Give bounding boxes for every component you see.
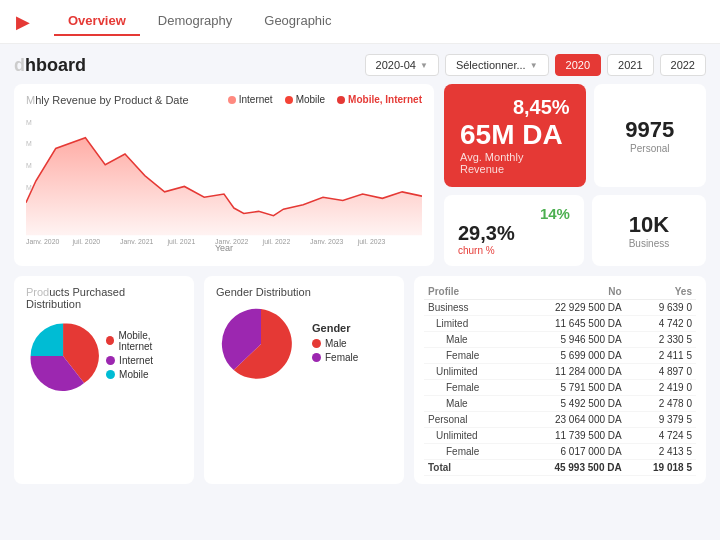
- svg-text:juil. 2021: juil. 2021: [167, 237, 196, 246]
- gender-pie-card: Gender Distribution Gender Male: [204, 276, 404, 484]
- main-content: dhboard 2020-04 ▼ Sélectionner... ▼ 2020…: [0, 44, 720, 494]
- svg-text:juil. 2022: juil. 2022: [262, 237, 291, 246]
- gender-pie-title: Gender Distribution: [216, 286, 392, 298]
- table-cell-profile: Female: [424, 348, 513, 364]
- table-cell-profile: Female: [424, 380, 513, 396]
- tab-demography[interactable]: Demography: [144, 7, 246, 36]
- caret-icon2: ▼: [530, 61, 538, 70]
- table-row: Unlimited 11 739 500 DA 4 724 5: [424, 428, 696, 444]
- caret-icon: ▼: [420, 61, 428, 70]
- date-filter[interactable]: 2020-04 ▼: [365, 54, 439, 76]
- churn-label: churn %: [458, 245, 570, 256]
- table-row: Unlimited 11 284 000 DA 4 897 0: [424, 364, 696, 380]
- table-cell-profile: Total: [424, 460, 513, 476]
- business-kpi: 10K Business: [592, 195, 706, 266]
- table-cell-profile: Unlimited: [424, 364, 513, 380]
- table-row: Business 22 929 500 DA 9 639 0: [424, 300, 696, 316]
- tab-geographic[interactable]: Geographic: [250, 7, 345, 36]
- mobile-legend-dot: [106, 370, 115, 379]
- col-profile: Profile: [424, 284, 513, 300]
- page-title: dhboard: [14, 55, 86, 76]
- table-cell-yes: 4 742 0: [626, 316, 696, 332]
- svg-text:juil. 2023: juil. 2023: [357, 237, 386, 246]
- svg-text:M: M: [26, 117, 32, 126]
- chart-title: Mhly Revenue by Product & Date: [26, 94, 189, 106]
- legend-mobile-internet: Mobile, Internet: [337, 94, 422, 105]
- gender-pie-svg: [216, 304, 306, 384]
- table-cell-no: 11 645 500 DA: [513, 316, 626, 332]
- table-cell-yes: 19 018 5: [626, 460, 696, 476]
- personal-count: 9975: [625, 117, 674, 143]
- table-cell-profile: Personal: [424, 412, 513, 428]
- table-cell-yes: 9 639 0: [626, 300, 696, 316]
- avg-pct: 8,45%: [460, 96, 570, 119]
- table-cell-no: 5 492 500 DA: [513, 396, 626, 412]
- gender-pie-legend: Gender Male Female: [312, 322, 358, 366]
- year-2022-btn[interactable]: 2022: [660, 54, 706, 76]
- svg-text:Janv. 2021: Janv. 2021: [120, 237, 153, 246]
- table-row: Female 6 017 000 DA 2 413 5: [424, 444, 696, 460]
- table-row: Male 5 492 500 DA 2 478 0: [424, 396, 696, 412]
- table-row: Female 5 791 500 DA 2 419 0: [424, 380, 696, 396]
- table-cell-yes: 2 413 5: [626, 444, 696, 460]
- table-cell-profile: Female: [424, 444, 513, 460]
- table-cell-no: 5 699 000 DA: [513, 348, 626, 364]
- table-row: Female 5 699 000 DA 2 411 5: [424, 348, 696, 364]
- kpi-bottom-row: 14% 29,3% churn % 10K Business: [444, 195, 706, 266]
- table-row: Male 5 946 500 DA 2 330 5: [424, 332, 696, 348]
- right-kpi-col: 8,45% 65M DA Avg. Monthly Revenue 9975 P…: [444, 84, 706, 266]
- products-pie-svg: [26, 316, 100, 396]
- mobile-internet-legend-dot: [106, 336, 114, 345]
- svg-text:juil. 2020: juil. 2020: [72, 237, 101, 246]
- table-cell-yes: 2 330 5: [626, 332, 696, 348]
- personal-kpi: 9975 Personal: [594, 84, 706, 187]
- gender-pie-content: Gender Male Female: [216, 304, 392, 384]
- selector-filter[interactable]: Sélectionner... ▼: [445, 54, 549, 76]
- avg-revenue-kpi: 8,45% 65M DA Avg. Monthly Revenue: [444, 84, 586, 187]
- year-2021-btn[interactable]: 2021: [607, 54, 653, 76]
- table-row: Limited 11 645 500 DA 4 742 0: [424, 316, 696, 332]
- table-cell-profile: Unlimited: [424, 428, 513, 444]
- internet-legend-dot: [106, 356, 115, 365]
- products-pie-legend: Mobile, Internet Internet Mobile: [106, 330, 182, 383]
- table-cell-no: 22 929 500 DA: [513, 300, 626, 316]
- table-row: Total 45 993 500 DA 19 018 5: [424, 460, 696, 476]
- products-pie-title: Products Purchased Distribution: [26, 286, 182, 310]
- tab-overview[interactable]: Overview: [54, 7, 140, 36]
- year-2020-btn[interactable]: 2020: [555, 54, 601, 76]
- churn-pct-dark: 29,3%: [458, 222, 570, 245]
- table-cell-profile: Business: [424, 300, 513, 316]
- table-cell-no: 45 993 500 DA: [513, 460, 626, 476]
- profile-table: Profile No Yes Business 22 929 500 DA 9 …: [424, 284, 696, 476]
- logo-icon: ▶: [16, 11, 30, 33]
- nav-tabs: Overview Demography Geographic: [54, 7, 345, 36]
- avg-value: 65M DA: [460, 119, 570, 151]
- churn-kpi: 14% 29,3% churn %: [444, 195, 584, 266]
- internet-dot: [228, 96, 236, 104]
- revenue-chart-card: Mhly Revenue by Product & Date Internet …: [14, 84, 434, 266]
- col-no: No: [513, 284, 626, 300]
- col-yes: Yes: [626, 284, 696, 300]
- table-cell-no: 5 791 500 DA: [513, 380, 626, 396]
- legend-mobile-internet-item: Mobile, Internet: [106, 330, 182, 352]
- churn-pct-green: 14%: [458, 205, 570, 222]
- legend-male-item: Male: [312, 338, 358, 349]
- navigation: ▶ Overview Demography Geographic: [0, 0, 720, 44]
- table-cell-profile: Male: [424, 396, 513, 412]
- male-legend-dot: [312, 339, 321, 348]
- table-cell-profile: Male: [424, 332, 513, 348]
- table-cell-yes: 9 379 5: [626, 412, 696, 428]
- table-cell-yes: 2 419 0: [626, 380, 696, 396]
- mobile-dot: [285, 96, 293, 104]
- legend-internet: Internet: [228, 94, 273, 105]
- svg-text:Janv. 2020: Janv. 2020: [26, 237, 59, 246]
- svg-text:M: M: [26, 139, 32, 148]
- table-cell-no: 6 017 000 DA: [513, 444, 626, 460]
- legend-female-item: Female: [312, 352, 358, 363]
- table-cell-yes: 2 411 5: [626, 348, 696, 364]
- main-grid: Mhly Revenue by Product & Date Internet …: [14, 84, 706, 266]
- table-cell-no: 5 946 500 DA: [513, 332, 626, 348]
- table-cell-profile: Limited: [424, 316, 513, 332]
- svg-text:M: M: [26, 161, 32, 170]
- header-row: dhboard 2020-04 ▼ Sélectionner... ▼ 2020…: [14, 54, 706, 76]
